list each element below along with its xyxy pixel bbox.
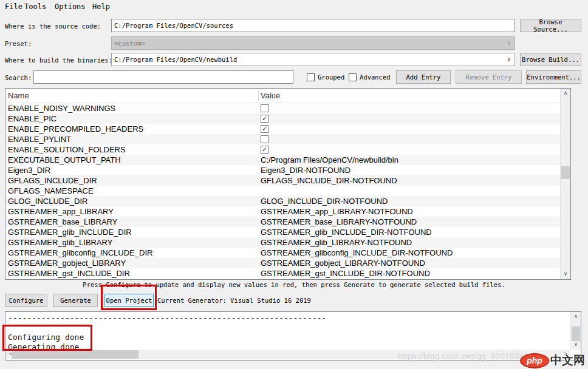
variable-name: GFLAGS_NAMESPACE — [8, 186, 94, 196]
source-code-label: Where is the source code: — [5, 22, 101, 30]
variable-name: GSTREAMER_base_LIBRARY — [8, 217, 117, 227]
table-row[interactable]: ENABLE_PYLINT — [5, 134, 560, 144]
menu-item-tools[interactable]: Tools — [24, 2, 46, 11]
scrollbar-thumb[interactable] — [12, 350, 138, 359]
variable-name: GSTREAMER_glibconfig_INCLUDE_DIR — [8, 248, 152, 258]
environment-button[interactable]: Environment... — [526, 70, 581, 84]
variable-name: GSTREAMER_glib_LIBRARY — [8, 237, 112, 248]
table-row[interactable]: GSTREAMER_glib_INCLUDE_DIRGSTREAMER_glib… — [5, 227, 560, 237]
build-path-combobox[interactable]: C:/Program Files/OpenCV/newbuild ∨ — [111, 53, 515, 66]
output-vertical-scrollbar[interactable]: ∧ ∨ — [570, 312, 581, 350]
variable-value: GSTREAMER_app_LIBRARY-NOTFOUND — [261, 206, 413, 217]
column-header-value[interactable]: Value — [261, 91, 280, 100]
browse-source-button[interactable]: Browse Source... — [520, 19, 581, 32]
table-row[interactable]: GSTREAMER_glibconfig_INCLUDE_DIRGSTREAME… — [5, 248, 560, 258]
menu-item-file[interactable]: File — [5, 2, 22, 11]
table-row[interactable]: Eigen3_DIREigen3_DIR-NOTFOUND — [5, 165, 560, 175]
variable-value: GSTREAMER_gobject_LIBRARY-NOTFOUND — [261, 258, 425, 268]
current-generator-label: Current Generator: Visual Studio 16 2019 — [157, 297, 311, 304]
scrollbar-thumb[interactable] — [561, 166, 570, 179]
checked-checkbox-icon[interactable]: ✓ — [261, 146, 268, 154]
grouped-checkbox[interactable]: Grouped — [307, 70, 344, 84]
output-line: ----------------------------------------… — [8, 313, 569, 323]
remove-entry-button: Remove Entry — [456, 70, 522, 84]
cache-variables-table: Name Value ENABLE_NOISY_WARNINGSENABLE_P… — [5, 88, 571, 280]
table-row[interactable]: GSTREAMER_app_LIBRARYGSTREAMER_app_LIBRA… — [5, 206, 560, 217]
variable-value: GSTREAMER_glib_LIBRARY-NOTFOUND — [261, 237, 412, 248]
variable-value: GSTREAMER_gst_INCLUDE_DIR-NOTFOUND — [261, 268, 430, 279]
table-vertical-scrollbar[interactable]: ∧ ∨ — [560, 89, 570, 279]
grouped-label: Grouped — [318, 73, 344, 81]
variable-value: GSTREAMER_base_LIBRARY-NOTFOUND — [261, 217, 417, 227]
table-row[interactable]: GLOG_INCLUDE_DIRGLOG_INCLUDE_DIR-NOTFOUN… — [5, 196, 560, 206]
chevron-down-icon[interactable]: ∨ — [507, 55, 511, 63]
browse-build-button[interactable]: Browse Build... — [520, 53, 581, 66]
variable-name: GFLAGS_INCLUDE_DIR — [8, 175, 97, 186]
scroll-down-icon[interactable]: ∨ — [571, 340, 581, 350]
checked-checkbox-icon[interactable]: ✓ — [261, 125, 268, 133]
variable-name: GSTREAMER_gst_INCLUDE_DIR — [8, 268, 130, 279]
menu-bar: FileToolsOptionsHelp — [0, 0, 588, 15]
variable-value: Eigen3_DIR-NOTFOUND — [261, 165, 350, 175]
source-path-input[interactable] — [111, 19, 515, 32]
variable-name: GSTREAMER_gobject_LIBRARY — [8, 258, 126, 268]
variable-value: C:/Program Files/OpenCV/newbuild/bin — [261, 155, 398, 165]
variable-name: ENABLE_PYLINT — [8, 134, 71, 144]
table-row[interactable]: ENABLE_PRECOMPILED_HEADERS✓ — [5, 124, 560, 134]
unchecked-checkbox-icon[interactable] — [261, 135, 268, 143]
build-path-value: C:/Program Files/OpenCV/newbuild — [114, 56, 237, 63]
variable-name: ENABLE_PIC — [8, 113, 56, 124]
scroll-up-icon[interactable]: ∧ — [571, 312, 581, 322]
scroll-up-icon[interactable]: ∧ — [561, 89, 570, 98]
unchecked-checkbox-icon[interactable] — [261, 104, 268, 112]
preset-value: <custom> — [114, 39, 145, 47]
preset-combobox: <custom> ∨ — [111, 36, 515, 50]
scroll-down-icon[interactable]: ∨ — [561, 269, 570, 279]
variable-name: GSTREAMER_app_LIBRARY — [8, 206, 114, 217]
table-row[interactable]: GFLAGS_NAMESPACE — [5, 186, 560, 196]
table-row[interactable]: GSTREAMER_base_LIBRARYGSTREAMER_base_LIB… — [5, 217, 560, 227]
table-row[interactable]: GSTREAMER_gst_INCLUDE_DIRGSTREAMER_gst_I… — [5, 268, 560, 279]
advanced-label: Advanced — [360, 73, 391, 81]
column-header-name[interactable]: Name — [8, 91, 29, 100]
menu-item-help[interactable]: Help — [92, 2, 110, 11]
variable-name: GSTREAMER_glib_INCLUDE_DIR — [8, 227, 132, 237]
chevron-down-icon: ∨ — [507, 39, 511, 47]
configure-button[interactable]: Configure — [5, 294, 47, 307]
cmake-gui-window: FileToolsOptionsHelp Where is the source… — [0, 0, 588, 369]
add-entry-button[interactable]: Add Entry — [396, 70, 451, 84]
table-row[interactable]: GSTREAMER_gobject_LIBRARYGSTREAMER_gobje… — [5, 258, 560, 268]
variable-value: GFLAGS_INCLUDE_DIR-NOTFOUND — [261, 175, 397, 186]
table-row[interactable]: EXECUTABLE_OUTPUT_PATHC:/Program Files/O… — [5, 155, 560, 165]
table-row[interactable]: GFLAGS_INCLUDE_DIRGFLAGS_INCLUDE_DIR-NOT… — [5, 175, 560, 186]
output-line: Configuring done — [8, 333, 569, 342]
output-line — [8, 323, 569, 333]
variable-value: GSTREAMER_glib_INCLUDE_DIR-NOTFOUND — [261, 227, 432, 237]
output-lines: ----------------------------------------… — [8, 313, 569, 352]
table-row[interactable]: ENABLE_PIC✓ — [5, 113, 560, 124]
table-body: ENABLE_NOISY_WARNINGSENABLE_PIC✓ENABLE_P… — [5, 103, 560, 279]
variable-name: ENABLE_PRECOMPILED_HEADERS — [8, 124, 143, 134]
scrollbar-thumb[interactable] — [572, 327, 580, 341]
generate-button[interactable]: Generate — [53, 294, 98, 307]
search-input[interactable] — [33, 70, 293, 84]
variable-name: GLOG_INCLUDE_DIR — [8, 196, 87, 206]
open-project-button[interactable]: Open Project — [104, 294, 154, 307]
variable-name: Eigen3_DIR — [8, 165, 50, 175]
checkbox-icon[interactable] — [307, 73, 315, 81]
advanced-checkbox[interactable]: Advanced — [349, 70, 391, 84]
checkbox-icon[interactable] — [349, 73, 357, 81]
output-horizontal-scrollbar[interactable]: < > — [6, 350, 570, 359]
table-row[interactable]: GSTREAMER_glib_LIBRARYGSTREAMER_glib_LIB… — [5, 237, 560, 248]
variable-name: ENABLE_SOLUTION_FOLDERS — [8, 144, 126, 155]
scroll-right-icon[interactable]: > — [561, 350, 570, 359]
output-console[interactable]: ----------------------------------------… — [5, 311, 581, 361]
preset-label: Preset: — [5, 40, 32, 47]
column-separator[interactable] — [258, 90, 259, 101]
menu-item-options[interactable]: Options — [55, 2, 86, 11]
checked-checkbox-icon[interactable]: ✓ — [261, 115, 268, 123]
variable-name: ENABLE_NOISY_WARNINGS — [8, 103, 115, 113]
table-row[interactable]: ENABLE_SOLUTION_FOLDERS✓ — [5, 144, 560, 155]
variable-name: EXECUTABLE_OUTPUT_PATH — [8, 155, 121, 165]
table-row[interactable]: ENABLE_NOISY_WARNINGS — [5, 103, 560, 113]
